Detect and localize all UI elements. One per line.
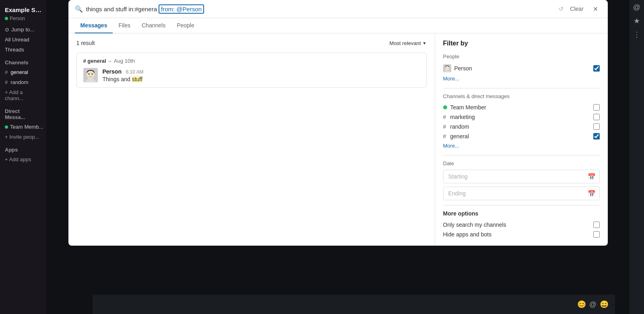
message-text: Things and stuff bbox=[103, 76, 144, 82]
filter-person-checkbox[interactable] bbox=[593, 65, 600, 72]
threads[interactable]: Threads bbox=[0, 45, 46, 55]
hash-icon-2: # bbox=[443, 123, 446, 130]
user-name: Person bbox=[10, 16, 25, 21]
dm-section-title: Direct Messa... bbox=[0, 103, 46, 122]
filter-divider-3 bbox=[443, 205, 600, 205]
message-date: Aug 10th bbox=[114, 58, 135, 64]
results-panel: 1 result Most relevant ▼ # general – Aug… bbox=[68, 33, 435, 246]
message-author: Person bbox=[103, 68, 122, 75]
search-modal: 🔍 things and stuff in:#genera from: @Per… bbox=[68, 0, 608, 246]
jump-to[interactable]: ⊙ Jump to... bbox=[0, 25, 46, 35]
filter-channel-marketing: # marketing bbox=[443, 112, 600, 122]
search-token-from[interactable]: from: @Person bbox=[159, 4, 204, 14]
filter-channel-checkbox-0[interactable] bbox=[593, 104, 600, 111]
message-time: 6:10 AM bbox=[126, 69, 143, 75]
close-button[interactable]: × bbox=[590, 3, 601, 14]
all-unread[interactable]: All Unread bbox=[0, 35, 46, 45]
results-header: 1 result Most relevant ▼ bbox=[76, 40, 427, 46]
clear-button[interactable]: Clear bbox=[567, 4, 586, 14]
tab-channels[interactable]: Channels bbox=[136, 18, 171, 33]
channel-name-random: random bbox=[10, 79, 28, 85]
calendar-icon-start: 📅 bbox=[588, 173, 596, 181]
filter-person-item: Person bbox=[443, 63, 600, 74]
user-status: Person bbox=[0, 15, 46, 25]
smiley-icon[interactable]: 😄 bbox=[600, 300, 609, 309]
search-body: 1 result Most relevant ▼ # general – Aug… bbox=[68, 33, 608, 246]
filter-channel-checkbox-2[interactable] bbox=[593, 123, 600, 130]
add-channel[interactable]: + Add a chann... bbox=[0, 87, 46, 103]
option-hide-apps: Hide apps and bots bbox=[443, 230, 600, 239]
avatar-svg bbox=[83, 68, 98, 82]
green-dot-icon bbox=[443, 105, 447, 109]
filter-channel-left-1: # marketing bbox=[443, 114, 475, 120]
at-icon[interactable]: @ bbox=[589, 300, 597, 309]
more-options-title: More options bbox=[443, 210, 600, 217]
svg-point-2 bbox=[88, 74, 89, 75]
star-icon-right[interactable]: ★ bbox=[634, 16, 640, 25]
message-card: # general – Aug 10th bbox=[76, 53, 427, 88]
ending-date-input[interactable] bbox=[443, 187, 600, 200]
option-checkbox-1[interactable] bbox=[593, 231, 600, 238]
filter-channel-general: # general bbox=[443, 131, 600, 141]
filter-channel-name-1: marketing bbox=[450, 114, 475, 120]
bottom-bar: 😊 @ 😄 bbox=[93, 295, 615, 314]
avatar bbox=[83, 68, 98, 82]
filter-channel-name-3: general bbox=[450, 133, 469, 140]
hash-icon-3: # bbox=[443, 133, 446, 140]
option-checkbox-0[interactable] bbox=[593, 222, 600, 228]
option-label-1: Hide apps and bots bbox=[443, 231, 492, 238]
tab-messages[interactable]: Messages bbox=[75, 18, 113, 33]
starting-date-wrap: 📅 bbox=[443, 170, 600, 183]
date-section-title: Date bbox=[443, 160, 600, 166]
add-apps[interactable]: + Add apps bbox=[0, 154, 46, 164]
filter-channel-checkbox-3[interactable] bbox=[593, 133, 600, 140]
filter-divider-2 bbox=[443, 155, 600, 156]
message-text-before: Things and bbox=[103, 76, 132, 82]
results-count: 1 result bbox=[76, 40, 95, 46]
tab-people[interactable]: People bbox=[171, 18, 200, 33]
message-channel[interactable]: # general bbox=[83, 58, 106, 64]
refresh-icon: ↺ bbox=[559, 6, 564, 12]
filter-title: Filter by bbox=[443, 40, 600, 47]
message-card-body: Person 6:10 AM Things and stuff bbox=[83, 68, 420, 82]
sort-label: Most relevant bbox=[390, 40, 421, 46]
more-icon-right[interactable]: ⋮ bbox=[633, 30, 640, 39]
filter-channel-checkbox-1[interactable] bbox=[593, 114, 600, 120]
message-content: Person 6:10 AM Things and stuff bbox=[103, 68, 144, 82]
filter-person-name: Person bbox=[454, 65, 472, 72]
apps-section-title: Apps bbox=[0, 142, 46, 154]
jump-to-icon: ⊙ bbox=[5, 27, 9, 33]
threads-label: Threads bbox=[5, 47, 24, 53]
tab-files[interactable]: Files bbox=[113, 18, 136, 33]
at-icon-right[interactable]: @ bbox=[633, 3, 640, 12]
main-area: 🔍 things and stuff in:#genera from: @Per… bbox=[46, 0, 630, 314]
filter-panel: Filter by People bbox=[435, 33, 608, 246]
people-section-title: People bbox=[443, 53, 600, 60]
filter-avatar-svg bbox=[443, 64, 451, 72]
hash-icon-1: # bbox=[443, 114, 446, 120]
jump-to-label: Jump to... bbox=[11, 27, 34, 33]
sort-dropdown[interactable]: Most relevant ▼ bbox=[390, 40, 427, 46]
invite-people[interactable]: + Invite peop... bbox=[0, 132, 46, 142]
search-tabs: Messages Files Channels People bbox=[68, 18, 608, 33]
sidebar-item-random[interactable]: # random bbox=[0, 77, 46, 87]
ending-date-wrap: 📅 bbox=[443, 187, 600, 200]
starting-date-input[interactable] bbox=[443, 170, 600, 183]
filter-channel-name-2: random bbox=[450, 123, 469, 130]
sidebar-item-general[interactable]: # general bbox=[0, 67, 46, 77]
search-input-area[interactable]: things and stuff in:#genera from: @Perso… bbox=[86, 4, 556, 14]
channels-more-link[interactable]: More... bbox=[443, 143, 600, 149]
online-dot bbox=[5, 17, 8, 20]
filter-avatar-person bbox=[443, 64, 451, 72]
option-only-my-channels: Only search my channels bbox=[443, 220, 600, 230]
search-query-plain: things and stuff in:#genera bbox=[86, 6, 157, 12]
people-more-link[interactable]: More... bbox=[443, 76, 600, 82]
search-icon: 🔍 bbox=[75, 5, 83, 13]
search-header: 🔍 things and stuff in:#genera from: @Per… bbox=[68, 0, 608, 18]
filter-channel-team-member: Team Member bbox=[443, 103, 600, 112]
sidebar-item-team-member[interactable]: Team Memb... bbox=[0, 122, 46, 132]
dm-name: Team Memb... bbox=[10, 124, 43, 130]
emoji-icon[interactable]: 😊 bbox=[577, 300, 586, 309]
option-label-0: Only search my channels bbox=[443, 222, 506, 228]
workspace-name[interactable]: Example Sla... bbox=[0, 3, 46, 15]
